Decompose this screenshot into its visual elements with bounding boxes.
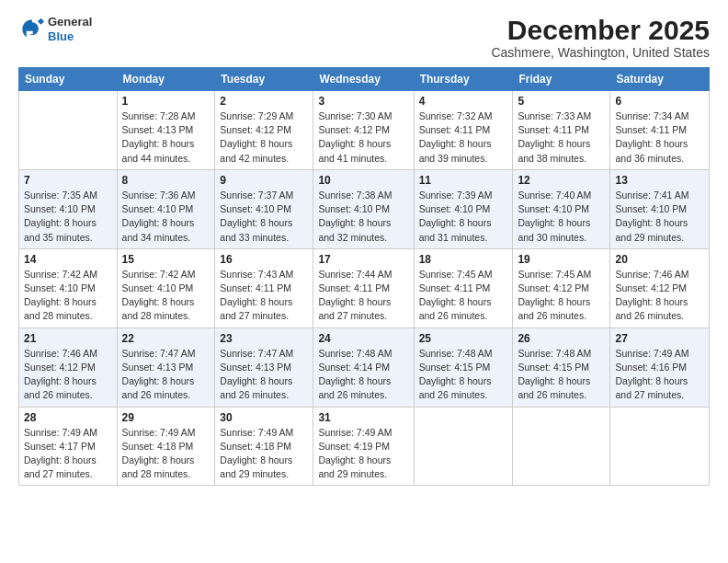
day-number: 10 bbox=[318, 174, 408, 187]
day-number: 5 bbox=[518, 95, 605, 108]
day-number: 21 bbox=[24, 332, 112, 345]
calendar-header-friday: Friday bbox=[513, 68, 610, 91]
day-info: Sunrise: 7:38 AM Sunset: 4:10 PM Dayligh… bbox=[318, 189, 408, 245]
day-info: Sunrise: 7:47 AM Sunset: 4:13 PM Dayligh… bbox=[220, 347, 308, 403]
day-number: 8 bbox=[122, 174, 210, 187]
calendar-header-saturday: Saturday bbox=[610, 68, 710, 91]
day-number: 26 bbox=[518, 332, 605, 345]
calendar-week-3: 14Sunrise: 7:42 AM Sunset: 4:10 PM Dayli… bbox=[19, 248, 710, 327]
day-info: Sunrise: 7:45 AM Sunset: 4:12 PM Dayligh… bbox=[518, 268, 605, 324]
title-block: December 2025 Cashmere, Washington, Unit… bbox=[491, 15, 710, 60]
day-info: Sunrise: 7:42 AM Sunset: 4:10 PM Dayligh… bbox=[122, 268, 210, 324]
calendar-cell: 20Sunrise: 7:46 AM Sunset: 4:12 PM Dayli… bbox=[610, 248, 710, 327]
calendar-cell bbox=[513, 407, 610, 486]
month-title: December 2025 bbox=[491, 15, 710, 45]
day-number: 2 bbox=[220, 95, 308, 108]
header: General Blue December 2025 Cashmere, Was… bbox=[18, 15, 710, 60]
page: General Blue December 2025 Cashmere, Was… bbox=[0, 0, 728, 563]
day-info: Sunrise: 7:40 AM Sunset: 4:10 PM Dayligh… bbox=[518, 189, 605, 245]
day-info: Sunrise: 7:34 AM Sunset: 4:11 PM Dayligh… bbox=[615, 109, 704, 166]
calendar-cell: 14Sunrise: 7:42 AM Sunset: 4:10 PM Dayli… bbox=[19, 248, 118, 327]
calendar-cell: 28Sunrise: 7:49 AM Sunset: 4:17 PM Dayli… bbox=[19, 407, 118, 486]
calendar-cell: 13Sunrise: 7:41 AM Sunset: 4:10 PM Dayli… bbox=[610, 169, 710, 248]
day-number: 27 bbox=[615, 332, 704, 345]
calendar-cell: 25Sunrise: 7:48 AM Sunset: 4:15 PM Dayli… bbox=[414, 327, 513, 407]
day-number: 23 bbox=[220, 332, 308, 345]
calendar-cell: 5Sunrise: 7:33 AM Sunset: 4:11 PM Daylig… bbox=[513, 91, 610, 170]
logo-general-text: General bbox=[48, 15, 92, 29]
day-info: Sunrise: 7:45 AM Sunset: 4:11 PM Dayligh… bbox=[419, 268, 508, 324]
calendar-cell: 12Sunrise: 7:40 AM Sunset: 4:10 PM Dayli… bbox=[513, 169, 610, 248]
day-number: 22 bbox=[122, 332, 210, 345]
day-number: 30 bbox=[220, 411, 308, 424]
calendar-cell: 21Sunrise: 7:46 AM Sunset: 4:12 PM Dayli… bbox=[19, 327, 118, 407]
day-number: 7 bbox=[24, 174, 112, 187]
day-number: 3 bbox=[318, 95, 408, 108]
calendar-cell: 1Sunrise: 7:28 AM Sunset: 4:13 PM Daylig… bbox=[117, 91, 215, 170]
calendar-header-thursday: Thursday bbox=[414, 68, 513, 91]
day-number: 15 bbox=[122, 253, 210, 266]
day-number: 29 bbox=[122, 411, 210, 424]
calendar-cell: 6Sunrise: 7:34 AM Sunset: 4:11 PM Daylig… bbox=[610, 91, 710, 170]
day-number: 11 bbox=[419, 174, 508, 187]
calendar-cell: 16Sunrise: 7:43 AM Sunset: 4:11 PM Dayli… bbox=[215, 248, 313, 327]
day-number: 6 bbox=[615, 95, 704, 108]
day-number: 24 bbox=[318, 332, 408, 345]
day-number: 4 bbox=[419, 95, 508, 108]
day-info: Sunrise: 7:28 AM Sunset: 4:13 PM Dayligh… bbox=[122, 109, 210, 166]
day-info: Sunrise: 7:29 AM Sunset: 4:12 PM Dayligh… bbox=[220, 109, 308, 166]
logo-blue-text: Blue bbox=[48, 29, 92, 44]
day-number: 20 bbox=[615, 253, 704, 266]
calendar-cell: 8Sunrise: 7:36 AM Sunset: 4:10 PM Daylig… bbox=[117, 169, 215, 248]
day-info: Sunrise: 7:42 AM Sunset: 4:10 PM Dayligh… bbox=[24, 268, 112, 324]
calendar-cell: 24Sunrise: 7:48 AM Sunset: 4:14 PM Dayli… bbox=[313, 327, 414, 407]
calendar-cell: 3Sunrise: 7:30 AM Sunset: 4:12 PM Daylig… bbox=[313, 91, 414, 170]
day-number: 17 bbox=[318, 253, 408, 266]
calendar-week-1: 1Sunrise: 7:28 AM Sunset: 4:13 PM Daylig… bbox=[19, 91, 710, 170]
calendar-cell: 19Sunrise: 7:45 AM Sunset: 4:12 PM Dayli… bbox=[513, 248, 610, 327]
day-number: 9 bbox=[220, 174, 308, 187]
calendar-cell: 29Sunrise: 7:49 AM Sunset: 4:18 PM Dayli… bbox=[117, 407, 215, 486]
calendar-cell: 27Sunrise: 7:49 AM Sunset: 4:16 PM Dayli… bbox=[610, 327, 710, 407]
day-number: 12 bbox=[518, 174, 605, 187]
calendar-cell: 31Sunrise: 7:49 AM Sunset: 4:19 PM Dayli… bbox=[313, 407, 414, 486]
day-number: 25 bbox=[419, 332, 508, 345]
day-info: Sunrise: 7:41 AM Sunset: 4:10 PM Dayligh… bbox=[615, 189, 704, 245]
calendar-week-4: 21Sunrise: 7:46 AM Sunset: 4:12 PM Dayli… bbox=[19, 327, 710, 407]
day-info: Sunrise: 7:39 AM Sunset: 4:10 PM Dayligh… bbox=[419, 189, 508, 245]
calendar-cell: 7Sunrise: 7:35 AM Sunset: 4:10 PM Daylig… bbox=[19, 169, 118, 248]
location: Cashmere, Washington, United States bbox=[491, 45, 710, 60]
day-info: Sunrise: 7:48 AM Sunset: 4:15 PM Dayligh… bbox=[419, 347, 508, 403]
calendar-cell: 18Sunrise: 7:45 AM Sunset: 4:11 PM Dayli… bbox=[414, 248, 513, 327]
calendar-header-wednesday: Wednesday bbox=[313, 68, 414, 91]
calendar-cell bbox=[414, 407, 513, 486]
logo: General Blue bbox=[18, 15, 92, 43]
calendar-cell: 17Sunrise: 7:44 AM Sunset: 4:11 PM Dayli… bbox=[313, 248, 414, 327]
calendar-cell: 22Sunrise: 7:47 AM Sunset: 4:13 PM Dayli… bbox=[117, 327, 215, 407]
day-info: Sunrise: 7:49 AM Sunset: 4:18 PM Dayligh… bbox=[122, 426, 210, 482]
calendar-cell: 23Sunrise: 7:47 AM Sunset: 4:13 PM Dayli… bbox=[215, 327, 313, 407]
day-info: Sunrise: 7:47 AM Sunset: 4:13 PM Dayligh… bbox=[122, 347, 210, 403]
calendar-header-monday: Monday bbox=[117, 68, 215, 91]
calendar-cell: 26Sunrise: 7:48 AM Sunset: 4:15 PM Dayli… bbox=[513, 327, 610, 407]
calendar-cell: 30Sunrise: 7:49 AM Sunset: 4:18 PM Dayli… bbox=[215, 407, 313, 486]
day-number: 1 bbox=[122, 95, 210, 108]
calendar-cell: 15Sunrise: 7:42 AM Sunset: 4:10 PM Dayli… bbox=[117, 248, 215, 327]
day-info: Sunrise: 7:49 AM Sunset: 4:17 PM Dayligh… bbox=[24, 426, 112, 482]
day-number: 14 bbox=[24, 253, 112, 266]
day-info: Sunrise: 7:44 AM Sunset: 4:11 PM Dayligh… bbox=[318, 268, 408, 324]
day-info: Sunrise: 7:48 AM Sunset: 4:14 PM Dayligh… bbox=[318, 347, 408, 403]
calendar-cell: 4Sunrise: 7:32 AM Sunset: 4:11 PM Daylig… bbox=[414, 91, 513, 170]
day-info: Sunrise: 7:37 AM Sunset: 4:10 PM Dayligh… bbox=[220, 189, 308, 245]
day-number: 16 bbox=[220, 253, 308, 266]
calendar-cell bbox=[19, 91, 118, 170]
calendar-cell: 10Sunrise: 7:38 AM Sunset: 4:10 PM Dayli… bbox=[313, 169, 414, 248]
day-info: Sunrise: 7:46 AM Sunset: 4:12 PM Dayligh… bbox=[615, 268, 704, 324]
day-info: Sunrise: 7:48 AM Sunset: 4:15 PM Dayligh… bbox=[518, 347, 605, 403]
day-number: 19 bbox=[518, 253, 605, 266]
day-number: 18 bbox=[419, 253, 508, 266]
day-info: Sunrise: 7:36 AM Sunset: 4:10 PM Dayligh… bbox=[122, 189, 210, 245]
day-info: Sunrise: 7:49 AM Sunset: 4:18 PM Dayligh… bbox=[220, 426, 308, 482]
day-info: Sunrise: 7:35 AM Sunset: 4:10 PM Dayligh… bbox=[24, 189, 112, 245]
calendar-header-row: SundayMondayTuesdayWednesdayThursdayFrid… bbox=[19, 68, 710, 91]
